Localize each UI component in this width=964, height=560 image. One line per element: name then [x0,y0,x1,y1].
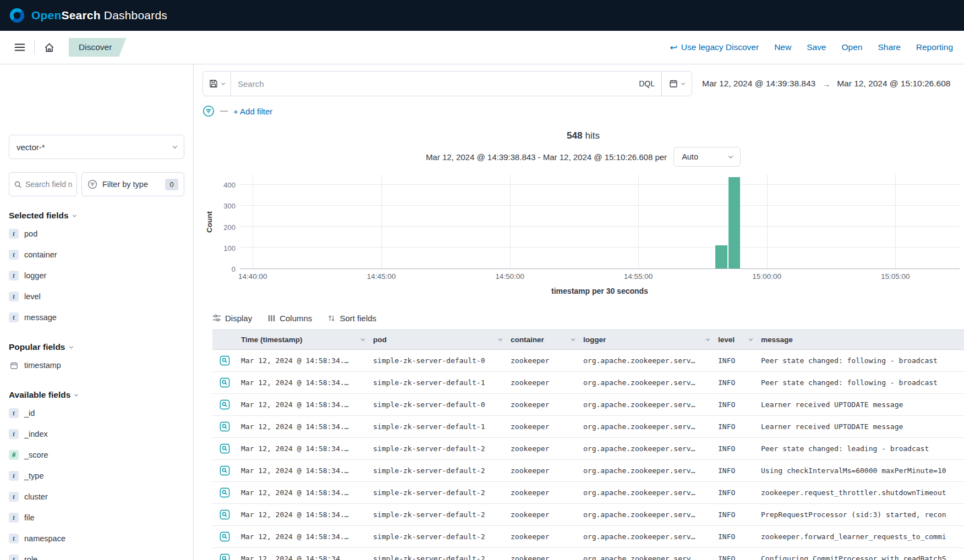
time-range-start[interactable]: Mar 12, 2024 @ 14:39:38.843 [702,79,815,89]
field-score[interactable]: #_score [9,444,184,465]
query-input[interactable] [231,79,632,89]
columns-button[interactable]: Columns [267,314,312,323]
nav-link-reporting[interactable]: Reporting [916,42,953,52]
y-tick-label: 0 [232,265,235,273]
cell-time: Mar 12, 2024 @ 14:58:34.… [237,350,369,372]
filter-bar: + Add filter [202,104,964,118]
expand-document-icon[interactable] [218,354,231,367]
field-namespace[interactable]: tnamespace [9,528,184,549]
field-container[interactable]: tcontainer [9,244,184,265]
table-toolbar: DisplayColumnsSort fields [212,306,964,330]
field-id[interactable]: t_id [9,403,184,424]
discover-main: DQL Mar 12, 2024 @ 14:39:38.843 → Mar 12… [194,64,964,560]
histogram-bar[interactable] [715,245,727,268]
saved-query-menu-button[interactable] [203,72,231,96]
filter-circle-icon[interactable] [202,105,215,117]
field-level[interactable]: tlevel [9,286,184,307]
field-type[interactable]: t_type [9,465,184,486]
cell-pod: simple-zk-server-default-2 [369,482,506,504]
text-field-icon: t [9,534,19,543]
expand-cell [212,526,237,548]
field-cluster[interactable]: tcluster [9,486,184,507]
column-header-level[interactable]: level [714,330,757,350]
interval-select[interactable]: Auto [673,147,741,167]
field-index[interactable]: t_index [9,424,184,444]
cell-pod: simple-zk-server-default-2 [369,526,506,548]
expand-document-icon[interactable] [218,442,231,455]
cell-pod: simple-zk-server-default-2 [369,460,506,482]
cell-level: INFO [714,460,757,482]
home-icon[interactable] [38,36,60,58]
nav-link-use-legacy-discover[interactable]: ↩Use legacy Discover [670,42,759,53]
add-filter-button[interactable]: + Add filter [233,107,272,116]
y-tick-label: 300 [223,202,235,210]
column-header-message[interactable]: message [757,330,964,350]
cell-message: PrepRequestProcessor (sid:3) started, re… [757,504,964,526]
column-header-time-timestamp[interactable]: Time (timestamp) [237,330,369,350]
query-box: DQL [202,71,692,96]
expand-document-icon[interactable] [218,486,231,499]
field-pod[interactable]: tpod [9,223,184,244]
field-search-input[interactable] [25,180,72,189]
field-message[interactable]: tmessage [9,307,184,328]
column-header-logger[interactable]: logger [579,330,714,350]
field-timestamp[interactable]: timestamp [9,355,184,376]
field-name: timestamp [24,361,61,370]
expand-document-icon[interactable] [218,508,231,521]
field-logger[interactable]: tlogger [9,265,184,286]
histogram-bar[interactable] [729,177,740,268]
nav-links: ↩Use legacy DiscoverNewSaveOpenShareRepo… [670,42,964,53]
chevron-down-icon[interactable] [706,337,710,341]
cell-pod: simple-zk-server-default-2 [369,438,506,460]
histogram-plot[interactable] [240,174,960,269]
nav-link-save[interactable]: Save [807,42,826,52]
expand-document-icon[interactable] [218,398,231,411]
chevron-down-icon[interactable] [749,337,753,341]
nav-link-new[interactable]: New [774,42,791,52]
cell-pod: simple-zk-server-default-2 [369,504,506,526]
time-range-end[interactable]: Mar 12, 2024 @ 15:10:26.608 [837,79,950,89]
chevron-down-icon[interactable] [361,337,365,341]
expand-document-icon[interactable] [218,420,231,433]
expand-cell [212,394,237,416]
cell-container: zookeeper [506,394,579,416]
cell-container: zookeeper [506,350,579,372]
column-header-inner: message [761,336,964,344]
hits-label: hits [585,130,599,141]
text-field-icon: t [9,471,19,481]
return-arrow-icon: ↩ [670,42,677,53]
expand-document-icon[interactable] [218,530,231,543]
column-header-container[interactable]: container [506,330,579,350]
cell-pod: simple-zk-server-default-1 [369,372,506,394]
discover-sidebar: vector-* Filter by type 0 [0,64,194,560]
expand-cell [212,416,237,438]
filter-by-type-button[interactable]: Filter by type 0 [81,172,184,196]
column-header-pod[interactable]: pod [369,330,506,350]
cell-message: Configuring CommitProcessor with readBat… [757,548,964,560]
text-field-icon: t [9,312,19,322]
field-role[interactable]: trole [9,549,184,560]
chevron-down-icon [729,153,733,158]
nav-link-share[interactable]: Share [878,42,900,52]
field-file[interactable]: tfile [9,507,184,528]
query-language-button[interactable]: DQL [632,79,661,88]
display-button[interactable]: Display [212,314,252,323]
index-pattern-selector[interactable]: vector-* [9,135,184,159]
sort-fields-button[interactable]: Sort fields [327,314,376,323]
section-header-popular-fields[interactable]: Popular fields [9,342,184,353]
date-picker-button[interactable] [661,72,692,96]
breadcrumb[interactable]: Discover [69,38,126,57]
expand-document-icon[interactable] [218,464,231,477]
menu-icon[interactable] [9,36,31,58]
cell-container: zookeeper [506,438,579,460]
section-header-selected-fields[interactable]: Selected fields [9,210,184,221]
expand-document-icon[interactable] [218,552,231,560]
nav-link-open[interactable]: Open [842,42,863,52]
text-field-icon: t [9,229,19,239]
chevron-down-icon[interactable] [499,337,502,341]
field-name: pod [24,229,37,238]
expand-document-icon[interactable] [218,376,231,389]
time-range[interactable]: Mar 12, 2024 @ 14:39:38.843 → Mar 12, 20… [702,79,950,89]
chevron-down-icon[interactable] [571,337,575,341]
section-header-available-fields[interactable]: Available fields [9,389,184,400]
